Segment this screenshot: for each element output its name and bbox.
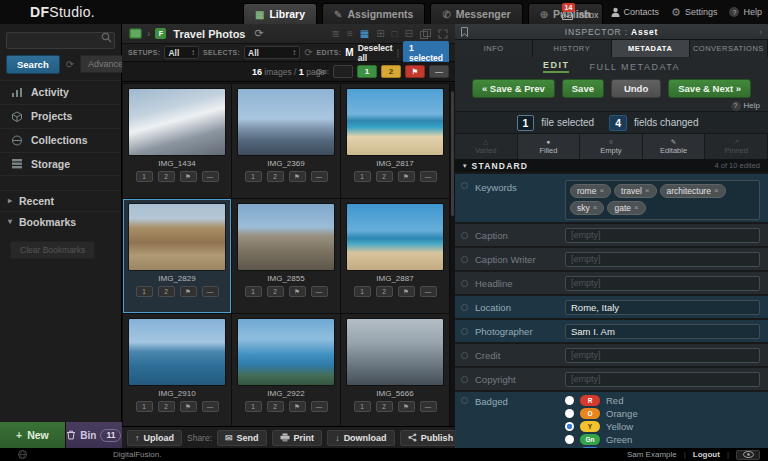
photo-cell[interactable]: IMG_2369 12⚑— bbox=[232, 84, 340, 198]
settings-button[interactable]: ⚙ Settings bbox=[671, 6, 717, 19]
rate-none-button[interactable]: — bbox=[202, 286, 219, 297]
rate-none-button[interactable]: — bbox=[420, 286, 437, 297]
panel-chevron-icon[interactable]: › bbox=[759, 27, 762, 37]
large-grid-view-icon[interactable]: ⊞ bbox=[376, 28, 384, 39]
rate-none-button[interactable]: — bbox=[202, 401, 219, 412]
select-2-button[interactable]: 2 bbox=[381, 65, 401, 78]
upload-button[interactable]: ↑Upload bbox=[127, 430, 182, 446]
photo-cell[interactable]: IMG_5666 12⚑— bbox=[341, 314, 449, 426]
rate-1-button[interactable]: 1 bbox=[136, 171, 153, 182]
sidebar-section-recent[interactable]: ▸ Recent bbox=[0, 190, 121, 211]
radio-button[interactable] bbox=[565, 409, 574, 418]
rate-flag-button[interactable]: ⚑ bbox=[398, 286, 415, 297]
rate-flag-button[interactable]: ⚑ bbox=[289, 401, 306, 412]
photo-thumbnail[interactable] bbox=[129, 319, 225, 385]
radio-button[interactable] bbox=[565, 396, 574, 405]
pin-icon[interactable] bbox=[461, 27, 468, 37]
rate-flag-button[interactable]: ⚑ bbox=[180, 286, 197, 297]
select-flag-button[interactable]: ⚑ bbox=[405, 65, 425, 78]
photo-cell[interactable]: IMG_2855 12⚑— bbox=[232, 199, 340, 313]
filter-varied[interactable]: △Varied bbox=[455, 134, 518, 159]
rate-2-button[interactable]: 2 bbox=[158, 171, 175, 182]
contacts-button[interactable]: Contacts bbox=[611, 7, 660, 17]
rate-flag-button[interactable]: ⚑ bbox=[398, 171, 415, 182]
rate-1-button[interactable]: 1 bbox=[136, 286, 153, 297]
publish-button[interactable]: Publish bbox=[400, 430, 462, 446]
bin-button[interactable]: Bin 11 bbox=[66, 422, 122, 448]
subtab-full-metadata[interactable]: FULL METADATA bbox=[589, 62, 680, 72]
grid-view-icon[interactable]: ▦ bbox=[360, 28, 369, 39]
pin-circle[interactable] bbox=[461, 280, 468, 287]
logout-button[interactable]: Logout bbox=[693, 450, 720, 459]
pin-circle[interactable] bbox=[461, 328, 468, 335]
sidebar-item-projects[interactable]: Projects bbox=[0, 104, 121, 128]
keyword-tag[interactable]: travel× bbox=[614, 184, 656, 198]
photo-thumbnail[interactable] bbox=[238, 319, 334, 385]
sidebar-section-bookmarks[interactable]: ▾ Bookmarks bbox=[0, 211, 121, 232]
credit-input[interactable]: [empty] bbox=[565, 348, 760, 363]
filter-empty[interactable]: ○Empty bbox=[580, 134, 643, 159]
filter-editable[interactable]: ✎Editable bbox=[643, 134, 706, 159]
caption-input[interactable]: [empty] bbox=[565, 228, 760, 243]
rate-2-button[interactable]: 2 bbox=[376, 401, 393, 412]
rate-flag-button[interactable]: ⚑ bbox=[289, 171, 306, 182]
rate-flag-button[interactable]: ⚑ bbox=[398, 401, 415, 412]
inbox-button[interactable]: 14 Inbox bbox=[562, 4, 599, 20]
sidebar-item-collections[interactable]: Collections bbox=[0, 128, 121, 152]
rate-1-button[interactable]: 1 bbox=[245, 171, 262, 182]
rate-2-button[interactable]: 2 bbox=[267, 286, 284, 297]
search-button[interactable]: Search bbox=[6, 55, 60, 74]
save-next-button[interactable]: Save & Next » bbox=[668, 79, 751, 98]
help-button[interactable]: ? Help bbox=[729, 7, 762, 17]
detail-view-icon[interactable]: ≡ bbox=[347, 28, 353, 39]
rate-flag-button[interactable]: ⚑ bbox=[289, 286, 306, 297]
caption-writer-input[interactable]: [empty] bbox=[565, 252, 760, 267]
rate-1-button[interactable]: 1 bbox=[354, 401, 371, 412]
clear-bookmarks-button[interactable]: Clear Bookmarks bbox=[10, 241, 95, 259]
list-view-icon[interactable]: ≣ bbox=[331, 28, 339, 39]
photo-cell[interactable]: IMG_2922 12⚑— bbox=[232, 314, 340, 426]
save-button[interactable]: Save bbox=[562, 79, 604, 98]
new-button[interactable]: + New bbox=[0, 422, 66, 448]
rate-1-button[interactable]: 1 bbox=[245, 286, 262, 297]
folder-icon[interactable]: F bbox=[155, 28, 166, 39]
photo-cell-selected[interactable]: IMG_2829 12⚑— bbox=[123, 199, 231, 313]
keyword-tag[interactable]: sky× bbox=[570, 201, 604, 215]
badge-option-yellow[interactable]: Y Yellow bbox=[565, 421, 638, 432]
photo-cell[interactable]: IMG_2817 12⚑— bbox=[341, 84, 449, 198]
metadata-help-link[interactable]: ? Help bbox=[455, 100, 768, 111]
remove-tag-icon[interactable]: × bbox=[634, 202, 639, 214]
rate-2-button[interactable]: 2 bbox=[376, 286, 393, 297]
tab-library[interactable]: ▦Library bbox=[243, 3, 317, 24]
photo-cell[interactable]: IMG_2910 12⚑— bbox=[123, 314, 231, 426]
tab-metadata[interactable]: METADATA bbox=[612, 40, 690, 57]
filter-pinned[interactable]: ↗Pinned bbox=[705, 134, 768, 159]
rate-none-button[interactable]: — bbox=[311, 171, 328, 182]
save-prev-button[interactable]: « Save & Prev bbox=[472, 79, 555, 98]
sidebar-item-storage[interactable]: Storage bbox=[0, 152, 121, 176]
deselect-all-button[interactable]: Deselect all bbox=[358, 43, 393, 63]
pin-circle[interactable] bbox=[461, 304, 468, 311]
tab-assignments[interactable]: ✎Assignments bbox=[322, 3, 425, 24]
pin-circle[interactable] bbox=[461, 232, 468, 239]
rate-flag-button[interactable]: ⚑ bbox=[180, 401, 197, 412]
rate-2-button[interactable]: 2 bbox=[267, 401, 284, 412]
tab-info[interactable]: INFO bbox=[455, 40, 533, 57]
photographer-input[interactable]: Sam I. Am bbox=[565, 324, 760, 339]
rate-1-button[interactable]: 1 bbox=[354, 171, 371, 182]
fullscreen-icon[interactable] bbox=[438, 29, 448, 39]
rate-1-button[interactable]: 1 bbox=[354, 286, 371, 297]
remove-tag-icon[interactable]: × bbox=[714, 185, 719, 197]
remove-tag-icon[interactable]: × bbox=[645, 185, 650, 197]
rate-2-button[interactable]: 2 bbox=[267, 171, 284, 182]
rate-1-button[interactable]: 1 bbox=[245, 401, 262, 412]
select-1-button[interactable]: 1 bbox=[357, 65, 377, 78]
rate-2-button[interactable]: 2 bbox=[158, 286, 175, 297]
keyword-tag[interactable]: gate× bbox=[607, 201, 645, 215]
rate-none-button[interactable]: — bbox=[202, 171, 219, 182]
refresh-selects-icon[interactable]: ⟳ bbox=[304, 47, 312, 58]
photo-thumbnail[interactable] bbox=[129, 204, 225, 270]
print-button[interactable]: Print bbox=[272, 430, 323, 446]
album-icon[interactable] bbox=[129, 28, 142, 39]
photo-thumbnail[interactable] bbox=[347, 89, 443, 155]
